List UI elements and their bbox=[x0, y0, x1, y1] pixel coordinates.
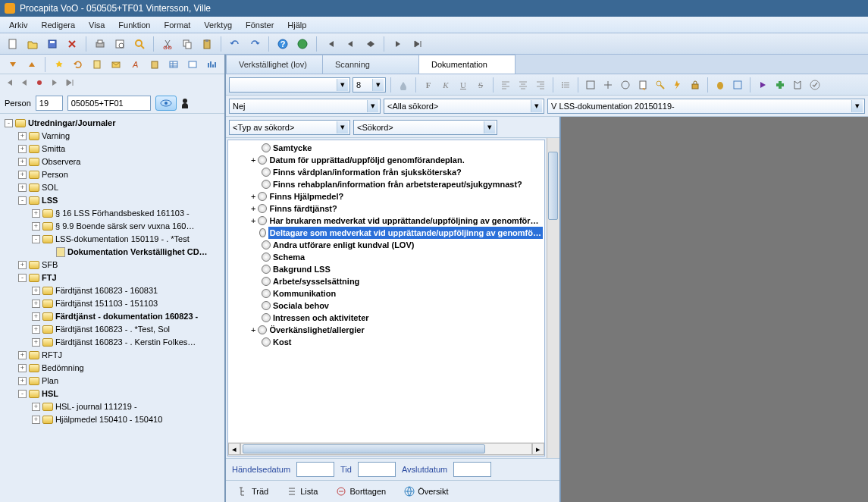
nej-combo[interactable]: Nej▾ bbox=[229, 99, 381, 114]
add-green-icon[interactable] bbox=[772, 77, 788, 93]
copy-icon[interactable] bbox=[179, 36, 196, 52]
dokument-combo[interactable]: V LSS-dokumentation 20150119-▾ bbox=[547, 99, 865, 114]
tree-expander[interactable]: - bbox=[5, 119, 13, 127]
tool-bolt-icon[interactable] bbox=[670, 77, 685, 93]
tool-bug-icon[interactable] bbox=[713, 77, 728, 93]
cut-icon[interactable] bbox=[159, 36, 176, 52]
menu-redigera[interactable]: Redigera bbox=[35, 19, 81, 31]
doc-item-label[interactable]: Sociala behov bbox=[273, 300, 329, 312]
tree-expander[interactable]: + bbox=[32, 403, 40, 411]
export-icon[interactable] bbox=[790, 77, 805, 93]
print-icon[interactable] bbox=[92, 36, 108, 52]
lt-grid2-icon[interactable] bbox=[185, 56, 201, 73]
tree-item-label[interactable]: Färdtjänst 160823 - . *Test, Sol bbox=[55, 323, 170, 336]
doc-item-label[interactable]: Överkänslighet/allergier bbox=[269, 324, 364, 336]
tree-expander[interactable]: + bbox=[18, 377, 27, 385]
doc-tree-vscroll[interactable] bbox=[547, 138, 559, 458]
tree-item-label[interactable]: Färdtjänst 151103 - 151103 bbox=[55, 297, 158, 310]
tool-grid-icon[interactable] bbox=[730, 77, 745, 93]
doc-item-label[interactable]: Andra utförare enligt kundval (LOV) bbox=[273, 239, 414, 251]
doc-item-label[interactable]: Kommunikation bbox=[273, 287, 336, 300]
tree-item-label[interactable]: Plan bbox=[42, 375, 58, 387]
tree-expander[interactable]: + bbox=[18, 171, 27, 179]
lnav-prev-icon[interactable] bbox=[20, 78, 30, 89]
doc-tree-hscroll[interactable]: ◂▸ bbox=[228, 442, 544, 456]
menu-verktyg[interactable]: Verktyg bbox=[198, 19, 238, 31]
lt-text-icon[interactable]: A bbox=[127, 56, 143, 73]
lnav-first-icon[interactable] bbox=[5, 78, 15, 89]
doc-expander[interactable]: + bbox=[251, 154, 255, 166]
tree-item-label[interactable]: HSL- journal 111219 - bbox=[55, 400, 137, 413]
tree-item-label[interactable]: HSL bbox=[42, 387, 58, 400]
tree-item-label[interactable]: LSS-dokumentation 150119 - . *Test bbox=[55, 233, 190, 246]
lnav-last-icon[interactable] bbox=[65, 78, 76, 89]
tree-expander[interactable]: + bbox=[32, 222, 40, 231]
tool-key-icon[interactable] bbox=[653, 77, 668, 93]
align-right-icon[interactable] bbox=[533, 77, 548, 93]
tree-item-label[interactable]: RFTJ bbox=[42, 349, 62, 362]
view-person-button[interactable] bbox=[155, 96, 177, 111]
tree-item-label[interactable]: Bedömning bbox=[42, 362, 84, 375]
tree-item-label[interactable]: Utredningar/Journaler bbox=[28, 117, 116, 130]
menu-arkiv[interactable]: Arkiv bbox=[3, 19, 33, 31]
tree-expander[interactable]: + bbox=[18, 184, 27, 192]
tool-lock-icon[interactable] bbox=[688, 77, 703, 93]
tree-expander[interactable]: - bbox=[18, 196, 27, 205]
tree-item-label[interactable]: Person bbox=[42, 168, 68, 181]
doc-item-label[interactable]: Arbete/sysselsättning bbox=[273, 275, 359, 287]
lt-clipboard-icon[interactable] bbox=[146, 56, 162, 73]
typ-sokord-combo[interactable]: <Typ av sökord>▾ bbox=[229, 120, 350, 135]
open-icon[interactable] bbox=[24, 36, 41, 52]
menu-hjalp[interactable]: Hjälp bbox=[281, 19, 312, 31]
menu-visa[interactable]: Visa bbox=[83, 19, 111, 31]
btab-lista[interactable]: Lista bbox=[280, 485, 324, 498]
lt-doc-icon[interactable] bbox=[89, 56, 105, 73]
find-icon[interactable] bbox=[131, 36, 148, 52]
delete-icon[interactable] bbox=[64, 36, 80, 52]
tree-item-label[interactable]: Observera bbox=[42, 155, 80, 168]
tree-item-label[interactable]: LSS bbox=[42, 194, 58, 207]
nav-prev-icon[interactable] bbox=[342, 36, 359, 52]
tree-expander[interactable]: + bbox=[18, 132, 27, 140]
doc-item-label[interactable]: Har brukaren medverkat vid upprättande/u… bbox=[269, 215, 538, 227]
btab-borttagen[interactable]: Borttagen bbox=[330, 485, 392, 498]
tree-expander[interactable]: + bbox=[32, 300, 40, 308]
bold-icon[interactable]: F bbox=[421, 77, 436, 93]
tree-expander[interactable]: + bbox=[18, 261, 27, 269]
italic-icon[interactable]: K bbox=[438, 77, 453, 93]
doc-item-label[interactable]: Bakgrund LSS bbox=[273, 263, 331, 275]
paste-icon[interactable] bbox=[199, 36, 215, 52]
undo-icon[interactable] bbox=[227, 36, 243, 52]
person-code-input[interactable] bbox=[67, 96, 151, 111]
tree-item-label[interactable]: SFB bbox=[42, 259, 58, 271]
doc-expander[interactable]: + bbox=[251, 324, 255, 336]
tid-input[interactable] bbox=[358, 462, 396, 477]
doc-item-label[interactable]: Finns färdtjänst? bbox=[269, 202, 337, 215]
doc-expander[interactable]: + bbox=[251, 215, 255, 227]
doc-tree[interactable]: Samtycke+Datum för upprättad/uppföljd ge… bbox=[227, 140, 545, 457]
menu-fonster[interactable]: Fönster bbox=[240, 19, 280, 31]
tree-expander[interactable]: + bbox=[18, 351, 27, 359]
tree-expander[interactable]: + bbox=[32, 209, 40, 218]
btab-trad[interactable]: Träd bbox=[232, 485, 274, 498]
nav-first-icon[interactable] bbox=[322, 36, 339, 52]
underline-icon[interactable]: U bbox=[456, 77, 471, 93]
doc-item-label[interactable]: Samtycke bbox=[273, 142, 312, 154]
tree-item-label[interactable]: Varning bbox=[42, 130, 70, 143]
list-icon[interactable] bbox=[558, 77, 573, 93]
tree-item-label[interactable]: FTJ bbox=[42, 271, 57, 284]
tree-expander[interactable]: + bbox=[18, 364, 27, 372]
font-combo[interactable]: ▾ bbox=[229, 77, 350, 93]
align-center-icon[interactable] bbox=[515, 77, 531, 93]
tab-verkstallighet[interactable]: Verkställighet (lov) bbox=[226, 55, 323, 74]
new-icon[interactable] bbox=[5, 36, 21, 52]
doc-item-label[interactable]: Finns rehabplan/information från arbetst… bbox=[273, 178, 522, 190]
fontsize-combo[interactable]: 8▾ bbox=[353, 77, 386, 93]
tree-item-label[interactable]: § 16 LSS Förhandsbesked 161103 - bbox=[55, 207, 190, 220]
tool1-icon[interactable] bbox=[583, 77, 598, 93]
tree-expander[interactable]: + bbox=[18, 145, 27, 153]
doc-expander[interactable]: + bbox=[251, 202, 255, 215]
menu-format[interactable]: Format bbox=[158, 19, 197, 31]
doc-item-label[interactable]: Kost bbox=[273, 336, 291, 348]
tree-item-label[interactable]: § 9.9 Boende särsk serv vuxna 160… bbox=[55, 220, 194, 233]
